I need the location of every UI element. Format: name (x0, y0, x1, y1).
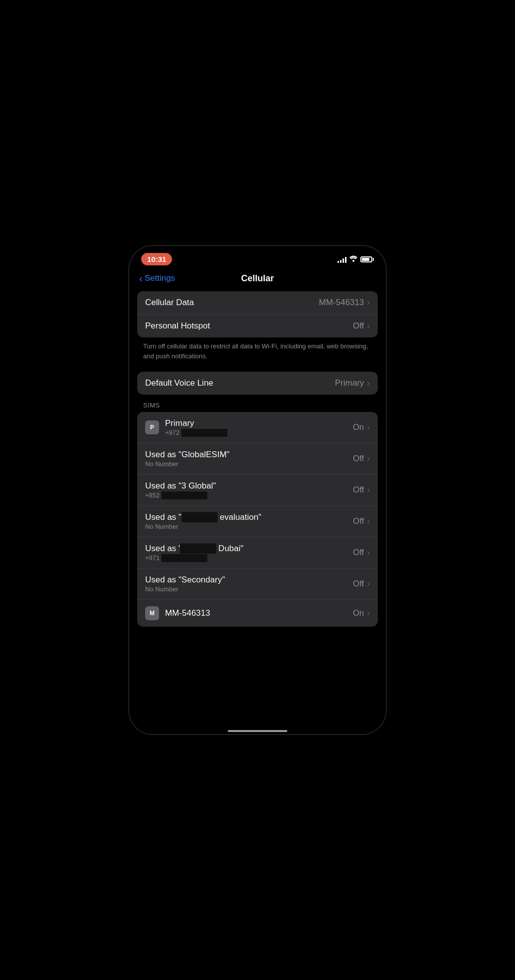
default-voice-row[interactable]: Default Voice Line Primary › (137, 372, 378, 395)
dubai-title: Used as '██████ Dubai" (145, 544, 244, 554)
screen: 10:31 (129, 246, 386, 734)
3global-row[interactable]: Used as "3 Global" +852 ██████████ Off › (137, 475, 378, 506)
back-chevron-icon: ‹ (139, 273, 143, 283)
3global-chevron-icon: › (367, 485, 370, 495)
page-title: Cellular (241, 273, 274, 284)
globaleSIM-title: Used as "GlobalESIM" (145, 450, 230, 460)
default-voice-label: Default Voice Line (145, 378, 213, 388)
3global-text: Used as "3 Global" +852 ██████████ (145, 481, 216, 499)
redacted-number: ██████████ (181, 429, 227, 436)
phone-frame: 10:31 (128, 245, 387, 735)
signal-bars-icon (338, 256, 346, 263)
globaleSIM-value: Off (353, 454, 364, 464)
mm546313-value: On (353, 608, 364, 618)
globaleSIM-text: Used as "GlobalESIM" No Number (145, 450, 230, 468)
secondary-title: Used as "Secondary" (145, 575, 225, 585)
globaleSIM-right: Off › (353, 454, 370, 464)
default-voice-right: Primary › (335, 378, 370, 388)
mm546313-chevron-icon: › (367, 608, 370, 618)
cellular-data-value: MM-546313 (319, 298, 364, 308)
dubai-subtitle: +971 ██████████ (145, 554, 244, 562)
cellular-data-row[interactable]: Cellular Data MM-546313 › (137, 291, 378, 315)
primary-sim-icon: P (145, 420, 159, 434)
primary-sim-value: On (353, 422, 364, 432)
dubai-row[interactable]: Used as '██████ Dubai" +971 ██████████ O… (137, 537, 378, 569)
svg-point-0 (352, 260, 354, 262)
redacted-name-1: ██████ (181, 512, 217, 522)
evaluation-chevron-icon: › (367, 516, 370, 526)
top-group-card: Cellular Data MM-546313 › Personal Hotsp… (137, 291, 378, 337)
mm546313-title: MM-546313 (165, 608, 210, 618)
secondary-row[interactable]: Used as "Secondary" No Number Off › (137, 569, 378, 600)
dubai-chevron-icon: › (367, 548, 370, 558)
cellular-data-chevron-icon: › (367, 298, 370, 308)
redacted-number-2: ██████████ (162, 491, 207, 499)
globaleSIM-chevron-icon: › (367, 454, 370, 464)
secondary-right: Off › (353, 579, 370, 589)
primary-sim-right: On › (353, 422, 370, 432)
3global-title: Used as "3 Global" (145, 481, 216, 491)
globaleSIM-row[interactable]: Used as "GlobalESIM" No Number Off › (137, 443, 378, 475)
evaluation-value: Off (353, 516, 364, 526)
dubai-text: Used as '██████ Dubai" +971 ██████████ (145, 544, 244, 562)
redacted-name-2: ██████ (180, 544, 216, 554)
cellular-data-label: Cellular Data (145, 298, 194, 308)
3global-right: Off › (353, 485, 370, 495)
default-voice-value: Primary (335, 378, 364, 388)
back-label: Settings (145, 273, 175, 283)
personal-hotspot-row[interactable]: Personal Hotspot Off › (137, 315, 378, 337)
evaluation-right: Off › (353, 516, 370, 526)
status-bar: 10:31 (129, 246, 386, 269)
back-button[interactable]: ‹ Settings (139, 273, 175, 283)
wifi-icon (349, 255, 357, 263)
secondary-value: Off (353, 579, 364, 589)
evaluation-row[interactable]: Used as "██████ evaluation" No Number Of… (137, 506, 378, 537)
primary-sim-subtitle: +972 ██████████ (165, 429, 227, 436)
dubai-right: Off › (353, 548, 370, 558)
evaluation-title: Used as "██████ evaluation" (145, 512, 261, 522)
redacted-number-3: ██████████ (162, 554, 207, 562)
primary-sim-row[interactable]: P Primary +972 ██████████ On › (137, 412, 378, 443)
mm546313-text: MM-546313 (165, 608, 210, 618)
secondary-text: Used as "Secondary" No Number (145, 575, 225, 593)
primary-sim-title: Primary (165, 418, 227, 428)
globaleSIM-subtitle: No Number (145, 460, 230, 468)
nav-header: ‹ Settings Cellular (129, 269, 386, 291)
personal-hotspot-chevron-icon: › (367, 321, 370, 331)
mm546313-row[interactable]: M MM-546313 On › (137, 600, 378, 627)
primary-sim-text: Primary +972 ██████████ (165, 418, 227, 436)
sims-section-label: SIMs (137, 398, 378, 412)
sims-group: SIMs P Primary +972 ██████████ On (137, 398, 378, 627)
sims-card: P Primary +972 ██████████ On › (137, 412, 378, 627)
bottom-bar (129, 730, 386, 734)
default-voice-chevron-icon: › (367, 378, 370, 388)
primary-sim-chevron-icon: › (367, 422, 370, 432)
evaluation-text: Used as "██████ evaluation" No Number (145, 512, 261, 530)
dubai-value: Off (353, 548, 364, 558)
top-settings-group: Cellular Data MM-546313 › Personal Hotsp… (137, 291, 378, 369)
primary-sim-left: P Primary +972 ██████████ (145, 418, 227, 436)
personal-hotspot-right: Off › (353, 321, 370, 331)
mm546313-right: On › (353, 608, 370, 618)
status-time: 10:31 (141, 253, 172, 265)
evaluation-subtitle: No Number (145, 523, 261, 530)
content-scroll[interactable]: Cellular Data MM-546313 › Personal Hotsp… (129, 291, 386, 730)
default-voice-group: Default Voice Line Primary › (137, 372, 378, 395)
battery-icon (360, 256, 374, 262)
3global-subtitle: +852 ██████████ (145, 491, 216, 499)
status-icons (338, 255, 374, 263)
secondary-subtitle: No Number (145, 585, 225, 593)
mm546313-icon: M (145, 606, 159, 620)
personal-hotspot-label: Personal Hotspot (145, 321, 210, 331)
cellular-data-right: MM-546313 › (319, 298, 370, 308)
personal-hotspot-value: Off (353, 321, 364, 331)
secondary-chevron-icon: › (367, 579, 370, 589)
default-voice-card: Default Voice Line Primary › (137, 372, 378, 395)
cellular-helper-text: Turn off cellular data to restrict all d… (137, 337, 378, 369)
home-indicator (228, 730, 287, 732)
mm546313-left: M MM-546313 (145, 606, 210, 620)
3global-value: Off (353, 485, 364, 495)
